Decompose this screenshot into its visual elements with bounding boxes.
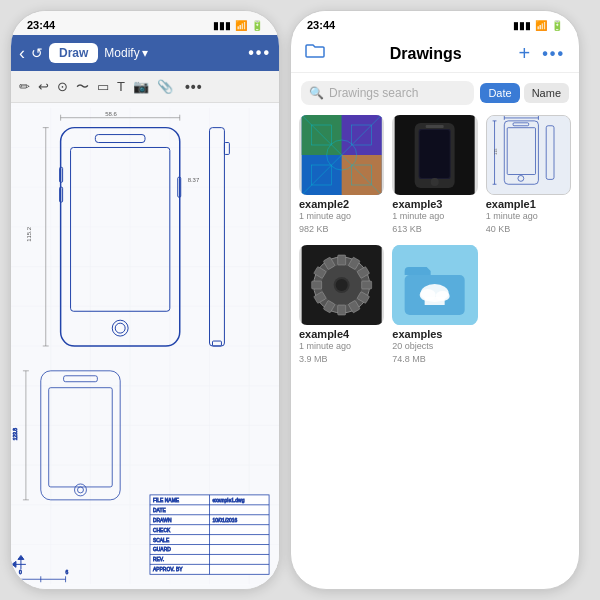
page-title: Drawings [333, 45, 519, 63]
svg-point-90 [431, 178, 439, 186]
svg-rect-110 [338, 255, 346, 265]
svg-text:123.8: 123.8 [13, 428, 18, 441]
attach-tool[interactable]: 📎 [157, 79, 173, 94]
thumbnail-example1: 115 [486, 115, 571, 195]
item-name: examples [392, 328, 477, 340]
right-phone: 23:44 ▮▮▮ 📶 🔋 Drawings + ••• 🔍 Drawings … [290, 10, 580, 590]
more-tools-button[interactable]: ••• [185, 79, 203, 95]
svg-text:115: 115 [493, 149, 498, 156]
grid-empty-slot [486, 245, 571, 365]
status-icons-left: ▮▮▮ 📶 🔋 [213, 20, 263, 31]
list-item[interactable]: example2 1 minute ago982 KB [299, 115, 384, 235]
redo-button[interactable]: ↺ [31, 45, 43, 61]
item-name: example1 [486, 198, 571, 210]
svg-rect-128 [425, 297, 445, 305]
folder-icon[interactable] [305, 43, 325, 64]
status-bar-right: 23:44 ▮▮▮ 📶 🔋 [291, 11, 579, 35]
thumbnail-example2 [299, 115, 384, 195]
drawing-canvas[interactable]: 115.2 58.6 8.37 [11, 103, 279, 589]
curve-tool[interactable]: 〜 [76, 78, 89, 96]
svg-text:FILE NAME: FILE NAME [153, 498, 180, 503]
camera-tool[interactable]: 📷 [133, 79, 149, 94]
svg-text:58.6: 58.6 [105, 111, 117, 117]
chevron-down-icon: ▾ [142, 46, 148, 60]
left-phone: 23:44 ▮▮▮ 📶 🔋 ‹ ↺ Draw Modify ▾ ••• ✏ ↩ … [10, 10, 280, 590]
battery-icon: 🔋 [251, 20, 263, 31]
files-grid: example2 1 minute ago982 KB [291, 109, 579, 589]
zoom-tool[interactable]: ⊙ [57, 79, 68, 94]
svg-rect-116 [338, 305, 346, 315]
search-bar: 🔍 Drawings search Date Name [301, 81, 569, 105]
rect-tool[interactable]: ▭ [97, 79, 109, 94]
list-item[interactable]: example4 1 minute ago3.9 MB [299, 245, 384, 365]
list-item[interactable]: 115 example1 1 minute ago40 KB [486, 115, 571, 235]
svg-point-122 [336, 279, 348, 291]
battery-icon-right: 🔋 [551, 20, 563, 31]
svg-text:example1.dwg: example1.dwg [212, 498, 244, 503]
svg-text:0: 0 [19, 570, 22, 575]
item-meta: 1 minute ago40 KB [486, 210, 571, 235]
item-meta: 20 objects74.8 MB [392, 340, 477, 365]
grid-row-1: example2 1 minute ago982 KB [299, 115, 571, 235]
grid-row-2: example4 1 minute ago3.9 MB [299, 245, 571, 365]
svg-text:115.2: 115.2 [26, 227, 32, 242]
time-right: 23:44 [307, 19, 335, 31]
search-placeholder: Drawings search [329, 86, 418, 100]
list-item[interactable]: example3 1 minute ago613 KB [392, 115, 477, 235]
thumbnail-example3 [392, 115, 477, 195]
svg-text:SCALE: SCALE [153, 538, 170, 543]
signal-bars-icon: ▮▮▮ [513, 20, 531, 31]
item-meta: 1 minute ago3.9 MB [299, 340, 384, 365]
svg-text:6: 6 [66, 570, 69, 575]
wifi-icon: 📶 [235, 20, 247, 31]
svg-text:10/01/2016: 10/01/2016 [212, 518, 237, 523]
svg-rect-113 [362, 281, 372, 289]
sort-name-button[interactable]: Name [524, 83, 569, 103]
more-options-button[interactable]: ••• [248, 44, 271, 62]
thumbnail-example4 [299, 245, 384, 325]
search-icon: 🔍 [309, 86, 324, 100]
sort-date-button[interactable]: Date [480, 83, 519, 103]
item-name: example4 [299, 328, 384, 340]
item-meta: 1 minute ago982 KB [299, 210, 384, 235]
svg-rect-92 [420, 130, 450, 178]
svg-text:APPROV. BY: APPROV. BY [153, 567, 183, 572]
undo-tool[interactable]: ↩ [38, 79, 49, 94]
svg-text:CHECK: CHECK [153, 528, 171, 533]
search-input-wrap[interactable]: 🔍 Drawings search [301, 81, 474, 105]
list-item[interactable]: examples 20 objects74.8 MB [392, 245, 477, 365]
back-button[interactable]: ‹ [19, 43, 25, 64]
item-name: example3 [392, 198, 477, 210]
svg-text:GUARD: GUARD [153, 547, 171, 552]
thumbnail-examples-folder [392, 245, 477, 325]
toolbar-left: ‹ ↺ Draw Modify ▾ ••• [11, 35, 279, 71]
svg-text:8.37: 8.37 [188, 177, 200, 183]
more-button[interactable]: ••• [542, 45, 565, 63]
wifi-icon-right: 📶 [535, 20, 547, 31]
svg-text:REV.: REV. [153, 557, 164, 562]
pencil-tool[interactable]: ✏ [19, 79, 30, 94]
tools-bar: ✏ ↩ ⊙ 〜 ▭ T 📷 📎 ••• [11, 71, 279, 103]
add-button[interactable]: + [519, 42, 531, 65]
svg-text:DATE: DATE [153, 508, 167, 513]
modify-tab[interactable]: Modify ▾ [104, 46, 147, 60]
status-bar-left: 23:44 ▮▮▮ 📶 🔋 [11, 11, 279, 35]
draw-tab[interactable]: Draw [49, 43, 98, 63]
svg-rect-119 [312, 281, 322, 289]
item-name: example2 [299, 198, 384, 210]
item-meta: 1 minute ago613 KB [392, 210, 477, 235]
signal-icon: ▮▮▮ [213, 20, 231, 31]
text-tool[interactable]: T [117, 79, 125, 94]
drawings-header: Drawings + ••• [291, 35, 579, 73]
svg-text:DRAWN: DRAWN [153, 518, 172, 523]
status-icons-right: ▮▮▮ 📶 🔋 [513, 20, 563, 31]
sort-buttons: Date Name [480, 83, 569, 103]
time-left: 23:44 [27, 19, 55, 31]
svg-rect-91 [426, 125, 444, 128]
